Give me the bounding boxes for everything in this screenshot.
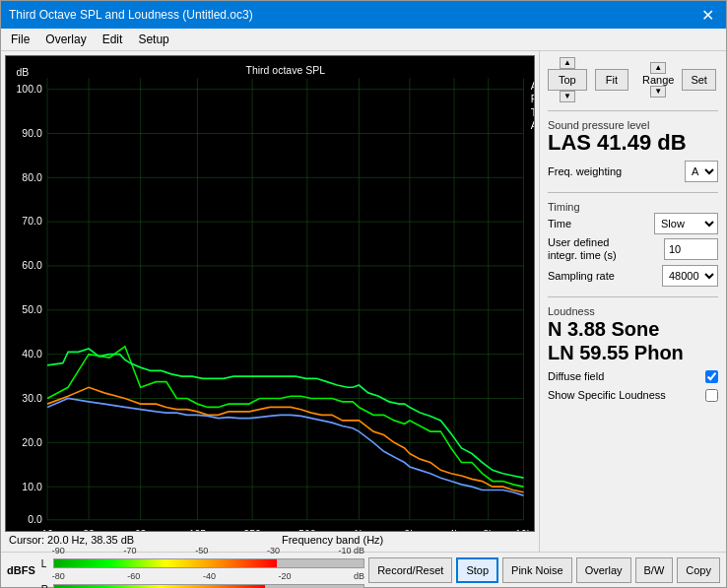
- meter-container: -90 -70 -50 -30 -10 dB L -80 -60: [41, 546, 364, 589]
- diffuse-field-checkbox[interactable]: [705, 370, 718, 383]
- bottom-buttons: Record/Reset Stop Pink Noise Overlay B/W…: [368, 557, 720, 583]
- svg-text:1k: 1k: [354, 527, 365, 531]
- user-time-input[interactable]: 10: [664, 238, 718, 260]
- range-down-button[interactable]: ▼: [650, 86, 666, 98]
- svg-text:32: 32: [83, 527, 95, 531]
- time-row: Time Slow Fast Impulse: [548, 213, 718, 234]
- svg-text:16k: 16k: [515, 527, 532, 531]
- svg-text:40.0: 40.0: [22, 348, 41, 359]
- menu-overlay[interactable]: Overlay: [39, 31, 92, 48]
- chart-area: 100.0 90.0 80.0 70.0 60.0 50.0 40.0 30.0…: [1, 51, 539, 552]
- meter-L-label: L: [41, 558, 51, 569]
- svg-text:2k: 2k: [404, 527, 416, 531]
- main-content: 100.0 90.0 80.0 70.0 60.0 50.0 40.0 30.0…: [1, 51, 726, 552]
- time-label: Time: [548, 218, 571, 229]
- freq-weighting-label: Freq. weighting: [548, 165, 622, 177]
- svg-text:50.0: 50.0: [22, 303, 41, 315]
- pink-noise-button[interactable]: Pink Noise: [502, 557, 572, 583]
- top-controls: ▲ Top ▼ Fit ▲ Range ▼ Set: [548, 57, 718, 102]
- svg-text:T: T: [531, 105, 534, 117]
- divider1: [548, 110, 718, 111]
- range-up-button[interactable]: ▲: [650, 62, 666, 74]
- top-up-button[interactable]: ▲: [560, 57, 575, 69]
- divider3: [548, 296, 718, 297]
- svg-text:10.0: 10.0: [22, 480, 41, 491]
- loudness-label: Loudness: [548, 305, 718, 317]
- svg-text:90.0: 90.0: [22, 127, 41, 139]
- menu-bar: File Overlay Edit Setup: [1, 29, 726, 51]
- svg-text:Third octave SPL: Third octave SPL: [245, 64, 325, 76]
- sampling-rate-row: Sampling rate 48000 44100 96000: [548, 265, 718, 287]
- svg-text:R: R: [531, 93, 534, 104]
- diffuse-field-row: Diffuse field: [548, 370, 718, 383]
- svg-rect-0: [6, 56, 534, 531]
- svg-text:30.0: 30.0: [22, 392, 41, 404]
- cursor-text: Cursor: 20.0 Hz, 38.35 dB: [9, 534, 134, 546]
- svg-text:500: 500: [298, 527, 316, 531]
- meter-R-row: R: [41, 584, 364, 589]
- timing-label: Timing: [548, 201, 718, 213]
- show-specific-checkbox[interactable]: [705, 389, 718, 402]
- svg-text:125: 125: [189, 527, 207, 531]
- timing-section: Timing Time Slow Fast Impulse User defin…: [548, 201, 718, 288]
- user-time-label: User defined integr. time (s): [548, 236, 636, 262]
- overlay-button[interactable]: Overlay: [576, 557, 631, 583]
- svg-text:8k: 8k: [483, 527, 495, 531]
- sampling-rate-label: Sampling rate: [548, 270, 615, 282]
- chart-container: 100.0 90.0 80.0 70.0 60.0 50.0 40.0 30.0…: [5, 55, 535, 532]
- top-button[interactable]: Top: [548, 69, 587, 91]
- stop-button[interactable]: Stop: [456, 557, 498, 583]
- menu-edit[interactable]: Edit: [97, 31, 129, 48]
- svg-text:dB: dB: [17, 66, 30, 78]
- meter-L-bar: [54, 559, 277, 567]
- svg-text:0.0: 0.0: [28, 513, 42, 525]
- menu-setup[interactable]: Setup: [132, 31, 174, 48]
- svg-text:60.0: 60.0: [22, 259, 41, 271]
- copy-button[interactable]: Copy: [677, 557, 720, 583]
- record-reset-button[interactable]: Record/Reset: [368, 557, 452, 583]
- title-bar: Third Octave SPL and Loudness (Untitled.…: [1, 1, 726, 29]
- svg-text:A: A: [531, 79, 534, 91]
- loudness-n-value: N 3.88 Sone: [548, 317, 718, 341]
- user-time-row: User defined integr. time (s) 10: [548, 236, 718, 262]
- freq-weighting-row: Freq. weighting A C Z: [548, 161, 718, 182]
- sampling-rate-select[interactable]: 48000 44100 96000: [662, 265, 718, 287]
- fit-button[interactable]: Fit: [595, 69, 628, 91]
- svg-text:100.0: 100.0: [16, 83, 41, 95]
- spl-section: Sound pressure level LAS 41.49 dB: [548, 119, 718, 155]
- bw-button[interactable]: B/W: [635, 557, 674, 583]
- svg-text:250: 250: [243, 527, 261, 531]
- window-title: Third Octave SPL and Loudness (Untitled.…: [9, 8, 253, 22]
- divider2: [548, 192, 718, 193]
- freq-weighting-select[interactable]: A C Z: [685, 161, 718, 182]
- loudness-section: Loudness N 3.88 Sone LN 59.55 Phon: [548, 305, 718, 364]
- loudness-ln-value: LN 59.55 Phon: [548, 341, 718, 364]
- meter-L-row: L: [41, 558, 364, 569]
- chart-svg: 100.0 90.0 80.0 70.0 60.0 50.0 40.0 30.0…: [6, 56, 534, 531]
- diffuse-field-label: Diffuse field: [548, 370, 604, 382]
- meter-L-bg: [53, 558, 364, 568]
- bottom-bar: dBFS -90 -70 -50 -30 -10 dB L: [1, 552, 726, 587]
- meter-R-label: R: [41, 584, 51, 589]
- svg-text:A: A: [531, 119, 534, 131]
- show-specific-row: Show Specific Loudness: [548, 389, 718, 402]
- meter-R-bg: [53, 584, 364, 588]
- svg-text:4k: 4k: [449, 527, 461, 531]
- svg-text:70.0: 70.0: [22, 215, 41, 227]
- menu-file[interactable]: File: [5, 31, 35, 48]
- svg-text:16: 16: [41, 527, 53, 531]
- top-spin-group2: ▼: [560, 91, 575, 102]
- show-specific-label: Show Specific Loudness: [548, 389, 666, 401]
- right-panel: ▲ Top ▼ Fit ▲ Range ▼ Set: [539, 51, 726, 552]
- dbfs-label: dBFS: [7, 564, 35, 576]
- set-button[interactable]: Set: [682, 69, 716, 91]
- top-down-button[interactable]: ▼: [560, 91, 575, 102]
- time-select[interactable]: Slow Fast Impulse: [654, 213, 718, 234]
- spl-value: LAS 41.49 dB: [548, 131, 718, 155]
- x-axis-label: Frequency band (Hz): [282, 534, 383, 546]
- svg-text:80.0: 80.0: [22, 170, 41, 182]
- svg-text:20.0: 20.0: [22, 435, 41, 447]
- top-spin-group: ▲: [560, 57, 575, 69]
- svg-text:63: 63: [135, 527, 147, 531]
- close-button[interactable]: ✕: [697, 6, 718, 25]
